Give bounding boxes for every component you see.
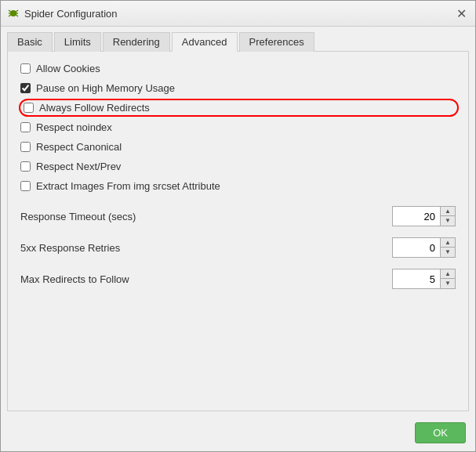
tab-rendering[interactable]: Rendering [103, 32, 170, 52]
5xx-retries-label: 5xx Response Retries [20, 242, 392, 254]
max-redirects-control: ▲ ▼ [392, 269, 456, 289]
content-area: Allow Cookies Pause on High Memory Usage… [7, 51, 469, 411]
response-timeout-down[interactable]: ▼ [441, 216, 455, 226]
respect-next-prev-row: Respect Next/Prev [20, 159, 456, 174]
tab-advanced[interactable]: Advanced [172, 32, 238, 52]
respect-noindex-row: Respect noindex [20, 120, 456, 135]
always-follow-redirects-row: Always Follow Redirects [20, 100, 456, 115]
extract-images-label: Extract Images From img srcset Attribute [36, 180, 220, 192]
pause-high-memory-label: Pause on High Memory Usage [36, 82, 175, 94]
ok-button[interactable]: OK [415, 422, 466, 443]
response-timeout-input[interactable] [393, 207, 440, 226]
pause-high-memory-checkbox[interactable] [20, 83, 31, 93]
tab-basic[interactable]: Basic [7, 32, 53, 52]
pause-high-memory-row: Pause on High Memory Usage [20, 81, 456, 96]
respect-noindex-checkbox[interactable] [20, 122, 31, 132]
max-redirects-input[interactable] [393, 269, 440, 288]
response-timeout-row: Response Timeout (secs) ▲ ▼ [20, 206, 456, 226]
respect-next-prev-checkbox[interactable] [20, 161, 31, 172]
title-bar: Spider Configuration ✕ [1, 1, 475, 27]
max-redirects-label: Max Redirects to Follow [20, 273, 392, 285]
tab-bar: Basic Limits Rendering Advanced Preferen… [1, 27, 475, 51]
title-bar-left: Spider Configuration [7, 7, 118, 20]
max-redirects-buttons: ▲ ▼ [440, 269, 455, 288]
svg-point-0 [10, 10, 16, 16]
respect-canonical-row: Respect Canonical [20, 139, 456, 154]
max-redirects-down[interactable]: ▼ [441, 279, 455, 288]
bottom-bar: OK [1, 418, 475, 451]
response-timeout-control: ▲ ▼ [392, 206, 456, 226]
response-timeout-buttons: ▲ ▼ [440, 207, 455, 226]
always-follow-redirects-checkbox[interactable] [24, 103, 34, 113]
response-timeout-up[interactable]: ▲ [441, 207, 455, 216]
allow-cookies-label: Allow Cookies [36, 63, 100, 74]
5xx-retries-up[interactable]: ▲ [441, 238, 455, 248]
max-redirects-up[interactable]: ▲ [441, 269, 455, 279]
5xx-retries-row: 5xx Response Retries ▲ ▼ [20, 237, 456, 258]
extract-images-checkbox[interactable] [20, 181, 31, 191]
5xx-retries-buttons: ▲ ▼ [440, 238, 455, 257]
5xx-retries-input[interactable] [393, 238, 440, 257]
tab-limits[interactable]: Limits [54, 32, 101, 52]
allow-cookies-row: Allow Cookies [20, 61, 456, 76]
allow-cookies-checkbox[interactable] [20, 63, 31, 74]
5xx-retries-down[interactable]: ▼ [441, 248, 455, 257]
close-button[interactable]: ✕ [453, 5, 469, 21]
response-timeout-label: Response Timeout (secs) [20, 211, 392, 222]
extract-images-row: Extract Images From img srcset Attribute [20, 179, 456, 193]
respect-canonical-checkbox[interactable] [20, 142, 31, 152]
max-redirects-row: Max Redirects to Follow ▲ ▼ [20, 269, 456, 289]
window-title: Spider Configuration [24, 8, 118, 20]
respect-next-prev-label: Respect Next/Prev [36, 161, 121, 172]
respect-noindex-label: Respect noindex [36, 121, 112, 133]
5xx-retries-control: ▲ ▼ [392, 237, 456, 258]
tab-preferences[interactable]: Preferences [239, 32, 314, 52]
always-follow-redirects-label: Always Follow Redirects [39, 102, 150, 114]
spider-config-window: Spider Configuration ✕ Basic Limits Rend… [0, 0, 476, 452]
respect-canonical-label: Respect Canonical [36, 141, 122, 153]
spider-icon [7, 7, 20, 20]
